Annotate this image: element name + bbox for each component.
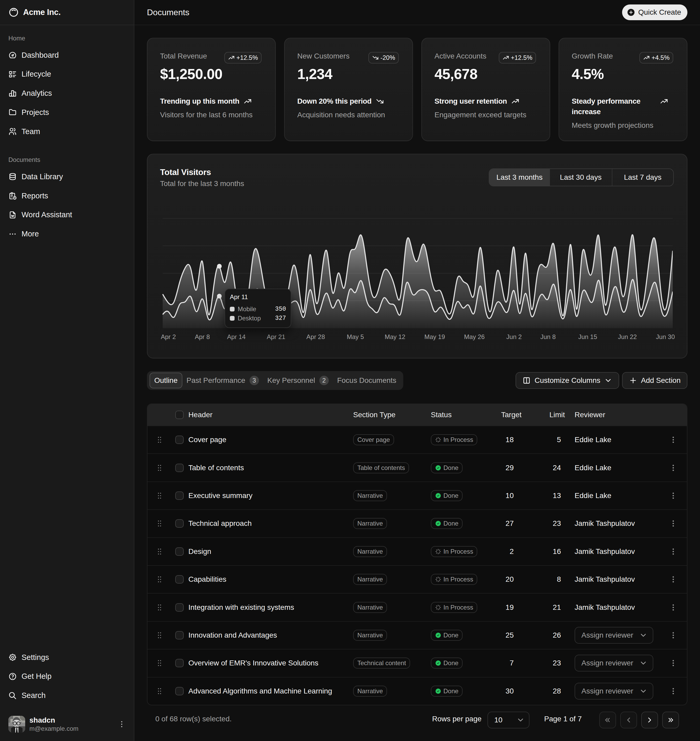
svg-text:May 26: May 26: [464, 333, 485, 340]
svg-text:May 19: May 19: [424, 333, 445, 340]
svg-text:Apr 21: Apr 21: [267, 333, 285, 340]
svg-text:Apr 8: Apr 8: [195, 333, 210, 340]
svg-text:Apr 14: Apr 14: [227, 333, 246, 340]
svg-text:May 5: May 5: [347, 333, 364, 340]
svg-text:Apr 28: Apr 28: [306, 333, 325, 340]
svg-text:Jun 2: Jun 2: [506, 333, 522, 340]
svg-text:May 12: May 12: [385, 333, 405, 340]
svg-text:Jun 30: Jun 30: [656, 333, 675, 340]
svg-text:Jun 22: Jun 22: [618, 333, 637, 340]
svg-text:Jun 8: Jun 8: [540, 333, 556, 340]
svg-text:Apr 2: Apr 2: [161, 333, 176, 340]
svg-text:Jun 15: Jun 15: [578, 333, 597, 340]
